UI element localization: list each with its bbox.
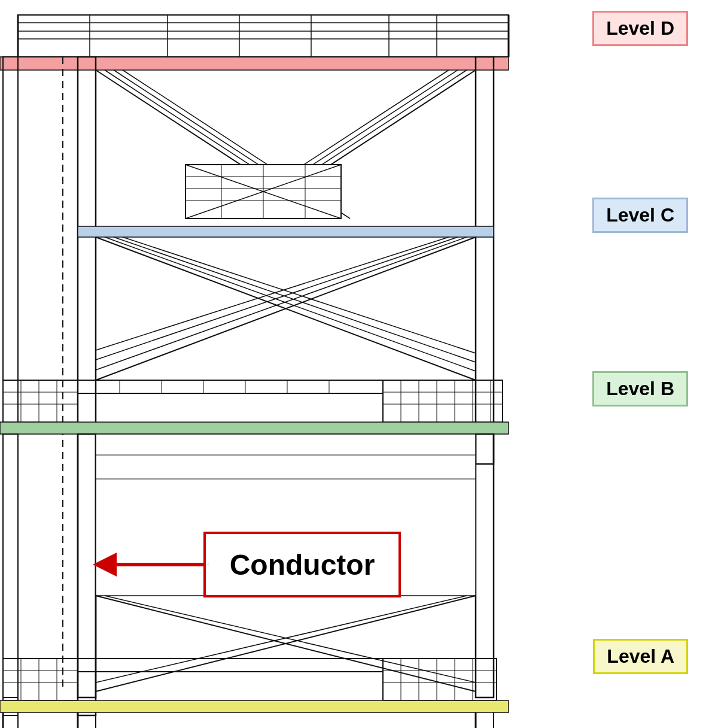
svg-rect-97 <box>0 700 509 712</box>
level-d-label: Level D <box>592 11 688 46</box>
level-c-label: Level C <box>592 198 688 233</box>
level-b-label: Level B <box>592 371 688 407</box>
structure-drawing <box>0 0 718 728</box>
svg-rect-0 <box>0 0 718 728</box>
level-a-label: Level A <box>593 639 688 674</box>
svg-rect-35 <box>78 226 494 237</box>
svg-rect-1 <box>0 57 509 70</box>
conductor-text: Conductor <box>230 548 375 581</box>
diagram-container: Level D Level C Level B Level A Conducto… <box>0 0 718 728</box>
svg-rect-66 <box>0 422 509 434</box>
conductor-label-box: Conductor <box>203 532 401 597</box>
